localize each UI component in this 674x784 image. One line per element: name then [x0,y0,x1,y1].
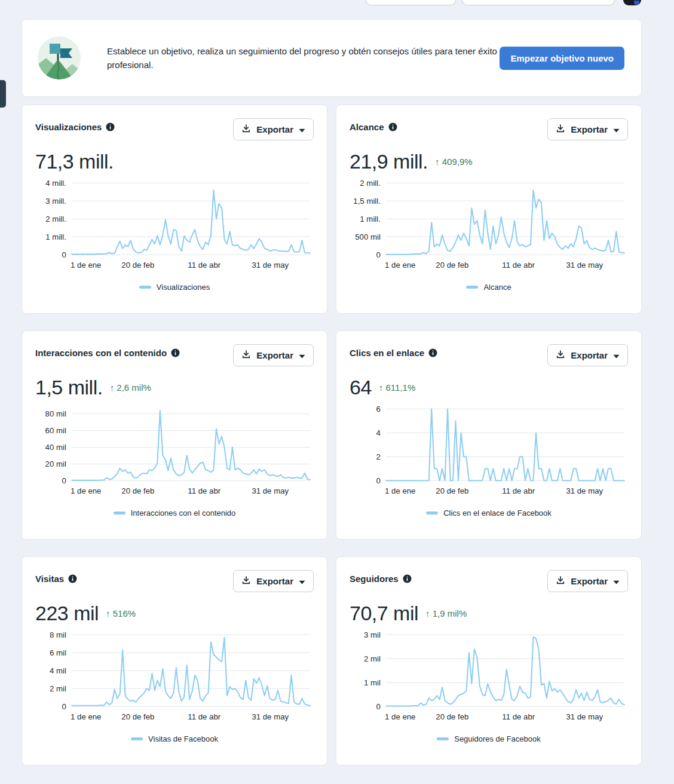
svg-text:31 de may: 31 de may [252,261,289,270]
svg-text:6 mil: 6 mil [50,648,66,657]
svg-text:1 de ene: 1 de ene [71,261,101,270]
export-button[interactable]: Exportar [233,570,314,592]
svg-text:11 de abr: 11 de abr [188,712,220,721]
profile-avatar-fragment[interactable] [623,0,641,5]
svg-text:20 de feb: 20 de feb [436,486,468,495]
svg-text:31 de may: 31 de may [566,486,603,495]
chart-legend: Visualizaciones [35,283,314,292]
svg-text:20 de feb: 20 de feb [436,712,468,721]
svg-text:1 de ene: 1 de ene [71,486,101,495]
metric-card-visitas: Visitas Exportar 223 mil ↑ 516% 8 mil6 m… [22,556,327,765]
goal-flag-mountain-illustration [38,36,81,79]
legend-line-swatch-icon [466,286,478,289]
date-range-input-fragment[interactable] [366,0,456,5]
svg-text:31 de may: 31 de may [566,261,603,270]
download-icon [241,350,251,361]
svg-text:4: 4 [376,428,381,437]
card-title: Alcance [350,122,384,132]
export-button[interactable]: Exportar [547,118,628,140]
line-chart: 64201 de ene20 de feb11 de abr31 de may [350,403,629,504]
start-new-goal-button[interactable]: Empezar objetivo nuevo [500,47,624,70]
svg-text:4 mil: 4 mil [50,666,66,675]
svg-text:2 mill.: 2 mill. [360,179,381,188]
info-icon[interactable] [171,348,180,357]
svg-text:3 mill.: 3 mill. [45,197,66,206]
date-range-input-fragment[interactable] [462,0,615,5]
caret-down-icon [299,124,305,134]
svg-text:0: 0 [376,476,381,485]
legend-label: Seguidores de Facebook [454,734,541,743]
metric-value: 71,3 mill. [35,150,114,173]
svg-text:1 de ene: 1 de ene [385,261,415,270]
svg-text:8 mil: 8 mil [50,630,66,639]
svg-text:2: 2 [376,452,381,461]
info-icon[interactable] [428,348,437,357]
goal-banner: Establece un objetivo, realiza un seguim… [22,19,642,97]
svg-text:0: 0 [376,702,381,711]
export-button-label: Exportar [256,124,293,134]
metric-value: 223 mil [35,602,99,625]
svg-text:11 de abr: 11 de abr [188,261,220,270]
export-button-label: Exportar [571,350,608,360]
info-icon[interactable] [403,574,412,583]
card-title: Visitas [35,574,64,584]
card-title: Seguidores [350,574,399,584]
legend-label: Interacciones con el contenido [131,509,236,517]
legend-line-swatch-icon [114,512,125,514]
svg-text:1 de ene: 1 de ene [385,712,415,721]
export-button-label: Exportar [256,350,293,360]
metric-change: ↑ 2,6 mil% [110,382,151,393]
caret-down-icon [613,350,620,360]
export-button-label: Exportar [571,124,608,134]
svg-text:31 de may: 31 de may [252,712,289,721]
svg-text:0: 0 [376,250,381,259]
metric-card-seguidores: Seguidores Exportar 70,7 mil ↑ 1,9 mil% … [336,556,642,765]
line-chart: 80 mil60 mil40 mil20 mil01 de ene20 de f… [35,403,315,504]
legend-line-swatch-icon [437,737,449,740]
info-icon[interactable] [68,574,77,583]
export-button[interactable]: Exportar [547,570,628,592]
export-button[interactable]: Exportar [233,118,314,140]
chart-legend: Visitas de Facebook [35,734,314,743]
goal-banner-message: Establece un objetivo, realiza un seguim… [107,44,500,72]
metric-value: 1,5 mill. [35,376,103,399]
svg-text:80 mil: 80 mil [45,409,66,418]
info-icon[interactable] [388,122,397,131]
legend-label: Alcance [483,283,511,292]
svg-text:20 de feb: 20 de feb [121,261,154,270]
export-button[interactable]: Exportar [547,344,628,366]
card-title: Visualizaciones [35,122,102,132]
metric-value: 21,9 mill. [350,150,428,173]
export-button[interactable]: Exportar [233,344,314,366]
metrics-grid: Visualizaciones Exportar 71,3 mill. 4 mi… [22,105,642,765]
card-title: Clics en el enlace [350,348,424,358]
svg-text:6: 6 [376,405,381,414]
card-title: Interacciones con el contenido [35,348,167,358]
download-icon [556,350,565,361]
export-button-label: Exportar [256,576,293,586]
svg-text:31 de may: 31 de may [566,712,603,721]
metric-change: ↑ 409,9% [435,157,473,167]
caret-down-icon [299,576,305,586]
legend-label: Visitas de Facebook [148,734,218,743]
svg-text:2 mill.: 2 mill. [45,215,66,223]
svg-text:60 mil: 60 mil [45,426,66,435]
legend-line-swatch-icon [139,286,151,289]
metric-value: 64 [350,376,372,399]
avatar-accent [634,1,639,5]
caret-down-icon [613,576,620,586]
svg-text:11 de abr: 11 de abr [188,486,220,495]
svg-text:500 mil: 500 mil [355,232,381,241]
svg-text:3 mil: 3 mil [364,630,381,639]
legend-line-swatch-icon [426,512,438,514]
svg-text:1 de ene: 1 de ene [385,486,415,495]
caret-down-icon [613,124,620,134]
svg-text:4 mill.: 4 mill. [45,179,66,188]
svg-text:20 de feb: 20 de feb [121,712,154,721]
svg-text:11 de abr: 11 de abr [502,712,535,721]
info-icon[interactable] [106,122,115,131]
svg-text:11 de abr: 11 de abr [502,261,535,270]
metric-card-alcance: Alcance Exportar 21,9 mill. ↑ 409,9% 2 m… [336,105,642,314]
svg-text:0: 0 [62,702,66,711]
download-icon [556,124,565,135]
